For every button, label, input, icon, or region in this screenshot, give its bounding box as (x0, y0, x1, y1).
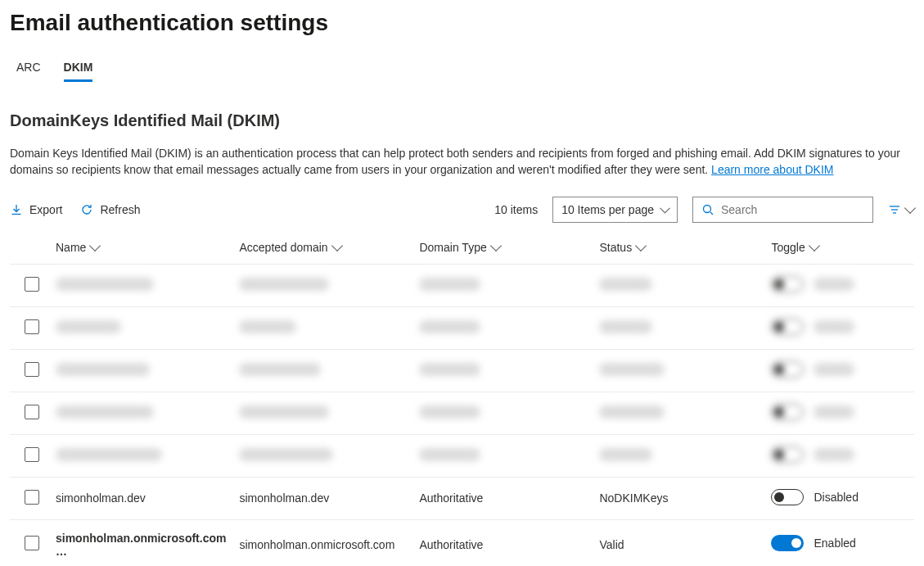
toolbar: Export Refresh 10 items 10 Items per pag… (10, 197, 914, 223)
redacted-value (599, 320, 652, 333)
chevron-down-icon (635, 240, 647, 251)
redacted-value (56, 448, 162, 461)
export-icon (10, 203, 23, 216)
redacted-value (599, 448, 652, 461)
row-checkbox[interactable] (25, 362, 39, 377)
redacted-value (419, 448, 480, 461)
section-title: DomainKeys Identified Mail (DKIM) (10, 111, 914, 130)
redacted-value (56, 278, 154, 291)
redacted-value (239, 278, 329, 291)
toggle-label (814, 448, 854, 461)
dkim-toggle[interactable] (771, 535, 804, 551)
tab-dkim[interactable]: DKIM (64, 56, 93, 82)
table-row (10, 264, 914, 306)
redacted-value (599, 405, 665, 419)
chevron-down-icon (89, 240, 101, 251)
page-title: Email authentication settings (10, 10, 914, 36)
section-description: Domain Keys Identified Mail (DKIM) is an… (10, 145, 914, 179)
page-size-dropdown[interactable]: 10 Items per page (552, 197, 678, 223)
table-row (10, 434, 914, 477)
redacted-value (56, 405, 154, 419)
accepted-domain: simonholman.onmicrosoft.com (239, 538, 394, 551)
search-input[interactable] (721, 203, 864, 216)
column-header-accepted[interactable]: Accepted domain (239, 241, 340, 254)
dkim-toggle[interactable] (771, 404, 804, 420)
tabs: ARCDKIM (10, 56, 914, 82)
filter-icon (888, 203, 901, 216)
dkim-toggle[interactable] (771, 361, 804, 378)
tab-arc[interactable]: ARC (16, 56, 41, 82)
domain-status: NoDKIMKeys (599, 491, 668, 505)
dkim-toggle[interactable] (771, 319, 804, 335)
redacted-value (239, 320, 296, 333)
domain-type: Authoritative (419, 491, 483, 505)
domain-table: Name Accepted domain Domain Type Status … (10, 233, 914, 566)
redacted-value (56, 320, 121, 333)
redacted-value (419, 320, 480, 333)
redacted-value (419, 363, 480, 376)
column-header-name[interactable]: Name (56, 241, 99, 254)
item-count: 10 items (494, 203, 538, 216)
toggle-label (814, 278, 854, 291)
page-size-label: 10 Items per page (561, 203, 654, 216)
row-checkbox[interactable] (25, 447, 39, 462)
table-row (10, 306, 914, 349)
refresh-label: Refresh (100, 203, 140, 216)
search-icon (701, 203, 714, 216)
domain-type: Authoritative (419, 538, 483, 551)
redacted-value (419, 405, 480, 419)
accepted-domain: simonholman.dev (239, 491, 329, 505)
row-checkbox[interactable] (25, 277, 39, 292)
toggle-label: Enabled (814, 537, 855, 550)
table-row: simonholman.onmicrosoft.com …simonholman… (10, 519, 914, 566)
refresh-button[interactable]: Refresh (80, 203, 140, 216)
column-header-checkbox (10, 233, 49, 265)
filter-button[interactable] (888, 203, 914, 216)
redacted-value (239, 363, 321, 376)
row-checkbox[interactable] (25, 536, 39, 550)
chevron-down-icon (490, 240, 502, 251)
dkim-toggle[interactable] (771, 489, 804, 505)
table-row (10, 349, 914, 392)
learn-more-link[interactable]: Learn more about DKIM (711, 163, 833, 176)
redacted-value (56, 363, 150, 376)
svg-point-0 (704, 205, 711, 212)
column-header-type[interactable]: Domain Type (419, 241, 499, 254)
domain-name: simonholman.onmicrosoft.com … (56, 532, 226, 558)
toggle-label (814, 405, 854, 419)
column-header-status[interactable]: Status (599, 241, 645, 254)
redacted-value (599, 363, 665, 376)
refresh-icon (80, 203, 93, 216)
redacted-value (419, 278, 480, 291)
column-header-toggle[interactable]: Toggle (771, 241, 818, 254)
toggle-label (814, 363, 854, 376)
toggle-label: Disabled (814, 491, 858, 504)
domain-name: simonholman.dev (56, 491, 146, 505)
toggle-label (814, 320, 854, 333)
row-checkbox[interactable] (25, 319, 39, 334)
chevron-down-icon (904, 202, 916, 214)
table-row: simonholman.devsimonholman.devAuthoritat… (10, 477, 914, 519)
export-button[interactable]: Export (10, 203, 62, 216)
row-checkbox[interactable] (25, 405, 39, 419)
search-box[interactable] (692, 197, 873, 223)
chevron-down-icon (809, 240, 820, 251)
row-checkbox[interactable] (25, 490, 39, 505)
dkim-toggle[interactable] (771, 446, 804, 463)
redacted-value (599, 278, 652, 291)
dkim-toggle[interactable] (771, 276, 804, 292)
export-label: Export (29, 203, 62, 216)
table-row (10, 392, 914, 434)
domain-status: Valid (599, 538, 624, 551)
chevron-down-icon (331, 240, 343, 251)
redacted-value (239, 448, 333, 461)
redacted-value (239, 405, 329, 419)
